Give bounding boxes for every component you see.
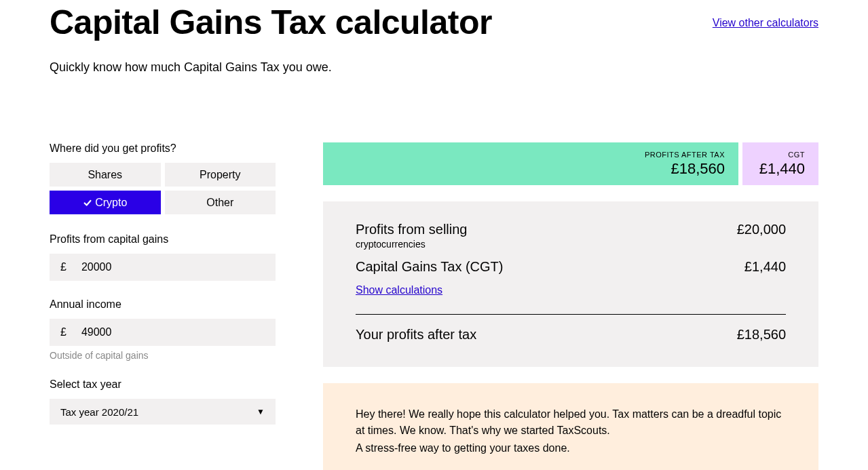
profits-after-tax-bar: PROFITS AFTER TAX £18,560: [323, 142, 738, 185]
show-calculations-link[interactable]: Show calculations: [356, 284, 442, 296]
row-cgt-value: £1,440: [744, 259, 786, 275]
toggle-crypto[interactable]: Crypto: [50, 191, 161, 214]
cgt-bar-value: £1,440: [759, 160, 805, 178]
row-after-tax-label: Your profits after tax: [356, 327, 476, 342]
toggle-shares[interactable]: Shares: [50, 163, 161, 187]
income-hint: Outside of capital gains: [50, 350, 276, 361]
page-title: Capital Gains Tax calculator: [50, 4, 492, 41]
row-profits-label: Profits from selling: [356, 222, 468, 237]
check-icon: [83, 198, 92, 208]
income-input[interactable]: [81, 326, 265, 338]
row-profits-sublabel: cryptocurrencies: [356, 239, 468, 250]
breakdown-card: Profits from selling cryptocurrencies £2…: [323, 201, 818, 367]
tax-year-label: Select tax year: [50, 378, 276, 391]
chevron-down-icon: ▼: [257, 407, 265, 416]
cgt-bar: CGT £1,440: [742, 142, 818, 185]
profits-bar-value: £18,560: [671, 160, 725, 178]
toggle-crypto-label: Crypto: [95, 197, 127, 209]
results-panel: PROFITS AFTER TAX £18,560 CGT £1,440 Pro…: [323, 142, 818, 470]
profits-source-label: Where did you get profits?: [50, 142, 276, 155]
view-other-calculators-link[interactable]: View other calculators: [713, 17, 818, 29]
promo-card: Hey there! We really hope this calculato…: [323, 383, 818, 470]
divider: [356, 314, 786, 315]
toggle-property[interactable]: Property: [165, 163, 276, 187]
tax-year-select[interactable]: Tax year 2020/21 ▼: [50, 399, 276, 425]
currency-symbol: £: [60, 326, 67, 338]
cgt-bar-label: CGT: [788, 151, 805, 159]
profits-label: Profits from capital gains: [50, 233, 276, 246]
toggle-other[interactable]: Other: [165, 191, 276, 214]
row-after-tax-value: £18,560: [737, 327, 786, 342]
profits-bar-label: PROFITS AFTER TAX: [645, 151, 725, 159]
profits-input[interactable]: [81, 261, 265, 273]
row-profits-value: £20,000: [737, 222, 786, 237]
form-panel: Where did you get profits? Shares Proper…: [50, 142, 276, 470]
page-subtitle: Quickly know how much Capital Gains Tax …: [50, 60, 818, 75]
row-cgt-label: Capital Gains Tax (CGT): [356, 259, 503, 275]
promo-line-2: A stress-free way to getting your taxes …: [356, 440, 786, 456]
income-label: Annual income: [50, 298, 276, 311]
currency-symbol: £: [60, 261, 67, 273]
promo-line-1: Hey there! We really hope this calculato…: [356, 406, 786, 439]
